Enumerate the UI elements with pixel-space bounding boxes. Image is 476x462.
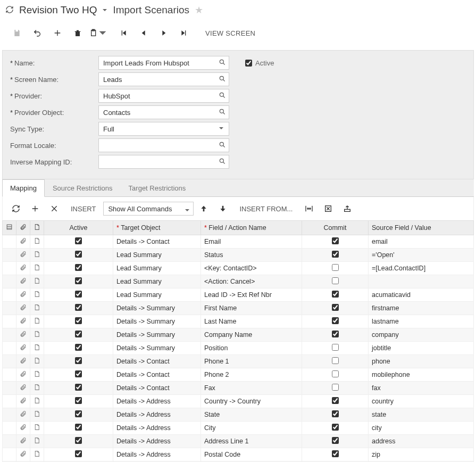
move-down-button[interactable] — [214, 201, 232, 216]
screen-name-input[interactable] — [98, 72, 229, 86]
company-title[interactable]: Revision Two HQ — [19, 4, 97, 16]
dropdown-icon[interactable] — [219, 125, 226, 132]
notes-cell[interactable] — [30, 315, 44, 328]
commit-checkbox[interactable] — [332, 331, 339, 337]
attach-cell[interactable] — [16, 408, 30, 422]
field-cell[interactable]: Last Name — [201, 315, 302, 328]
commit-checkbox[interactable] — [332, 344, 339, 351]
attach-cell[interactable] — [16, 395, 30, 408]
tab-mapping[interactable]: Mapping — [2, 179, 45, 197]
commit-cell[interactable] — [302, 422, 369, 435]
target-cell[interactable]: Lead Summary — [113, 249, 201, 262]
name-input[interactable] — [98, 56, 229, 70]
notes-cell[interactable] — [30, 448, 44, 461]
attach-cell[interactable] — [16, 448, 30, 461]
attach-cell[interactable] — [16, 302, 30, 315]
view-screen-button[interactable]: VIEW SCREEN — [200, 27, 261, 39]
active-checkbox[interactable] — [75, 264, 82, 271]
attach-cell[interactable] — [16, 262, 30, 275]
grid-refresh-button[interactable] — [7, 201, 25, 216]
active-cell[interactable] — [44, 249, 113, 262]
active-cell[interactable] — [44, 368, 113, 382]
target-cell[interactable]: Details -> Address — [113, 435, 201, 448]
active-cell[interactable] — [44, 395, 113, 408]
notes-cell[interactable] — [30, 249, 44, 262]
commit-cell[interactable] — [302, 368, 369, 382]
lookup-icon[interactable] — [219, 141, 226, 148]
notes-cell[interactable] — [30, 342, 44, 355]
source-cell[interactable]: address — [369, 435, 474, 448]
commit-cell[interactable] — [302, 435, 369, 448]
notes-cell[interactable] — [30, 275, 44, 288]
source-cell[interactable]: zip — [369, 448, 474, 461]
lookup-icon[interactable] — [219, 108, 226, 116]
notes-cell[interactable] — [30, 408, 44, 422]
source-cell[interactable]: email — [369, 235, 474, 249]
active-checkbox[interactable] — [75, 424, 82, 431]
active-cell[interactable] — [44, 288, 113, 302]
source-cell[interactable]: lastname — [369, 315, 474, 328]
table-row[interactable]: Details -> SummaryCompany Namecompany — [3, 328, 474, 342]
table-row[interactable]: Details -> ContactEmailemail — [3, 235, 474, 249]
commit-checkbox[interactable] — [332, 397, 339, 404]
active-cell[interactable] — [44, 275, 113, 288]
commit-checkbox[interactable] — [332, 264, 339, 271]
table-row[interactable]: Details -> SummaryFirst Namefirstname — [3, 302, 474, 315]
active-cell[interactable] — [44, 342, 113, 355]
notes-cell[interactable] — [30, 288, 44, 302]
commit-cell[interactable] — [302, 262, 369, 275]
active-checkbox[interactable] — [75, 397, 82, 404]
notes-cell[interactable] — [30, 262, 44, 275]
target-header[interactable]: Target Object — [113, 221, 201, 235]
table-row[interactable]: Details -> AddressCountry -> Countrycoun… — [3, 395, 474, 408]
field-cell[interactable]: Country -> Country — [201, 395, 302, 408]
active-checkbox[interactable] — [75, 317, 82, 324]
field-cell[interactable]: <Action: Cancel> — [201, 275, 302, 288]
active-checkbox-wrapper[interactable]: Active — [245, 59, 274, 67]
commit-cell[interactable] — [302, 395, 369, 408]
tab-target-restrictions[interactable]: Target Restrictions — [121, 179, 194, 197]
active-cell[interactable] — [44, 302, 113, 315]
commit-cell[interactable] — [302, 249, 369, 262]
source-cell[interactable]: city — [369, 422, 474, 435]
target-cell[interactable]: Lead Summary — [113, 275, 201, 288]
attach-cell[interactable] — [16, 275, 30, 288]
insert-from-button[interactable]: INSERT FROM... — [233, 203, 299, 215]
attach-cell[interactable] — [16, 315, 30, 328]
commit-cell[interactable] — [302, 288, 369, 302]
commit-cell[interactable] — [302, 315, 369, 328]
undo-button[interactable] — [28, 26, 47, 40]
table-row[interactable]: Details -> ContactPhone 1phone — [3, 355, 474, 368]
source-cell[interactable]: mobilephone — [369, 368, 474, 382]
first-record-button[interactable] — [114, 26, 133, 40]
target-cell[interactable]: Details -> Address — [113, 395, 201, 408]
table-row[interactable]: Lead SummaryStatus='Open' — [3, 249, 474, 262]
commit-checkbox[interactable] — [332, 291, 339, 298]
table-row[interactable]: Details -> AddressCitycity — [3, 422, 474, 435]
notes-cell[interactable] — [30, 235, 44, 249]
active-checkbox[interactable] — [245, 60, 252, 67]
commit-cell[interactable] — [302, 382, 369, 395]
table-row[interactable]: Details -> ContactFaxfax — [3, 382, 474, 395]
inverse-mapping-input[interactable] — [98, 155, 229, 169]
field-cell[interactable]: Phone 1 — [201, 355, 302, 368]
active-cell[interactable] — [44, 355, 113, 368]
next-record-button[interactable] — [154, 26, 173, 40]
attach-header[interactable] — [16, 221, 30, 235]
target-cell[interactable]: Details -> Summary — [113, 315, 201, 328]
target-cell[interactable]: Details -> Address — [113, 448, 201, 461]
source-cell[interactable] — [369, 275, 474, 288]
active-cell[interactable] — [44, 382, 113, 395]
source-cell[interactable]: jobtitle — [369, 342, 474, 355]
delete-button[interactable] — [68, 26, 87, 40]
commit-checkbox[interactable] — [332, 424, 339, 431]
table-row[interactable]: Lead Summary<Action: Cancel> — [3, 275, 474, 288]
active-checkbox[interactable] — [75, 291, 82, 298]
table-row[interactable]: Details -> AddressStatestate — [3, 408, 474, 422]
active-cell[interactable] — [44, 235, 113, 249]
save-button[interactable] — [7, 26, 27, 40]
field-cell[interactable]: Company Name — [201, 328, 302, 342]
attach-cell[interactable] — [16, 355, 30, 368]
attach-cell[interactable] — [16, 435, 30, 448]
target-cell[interactable]: Lead Summary — [113, 288, 201, 302]
